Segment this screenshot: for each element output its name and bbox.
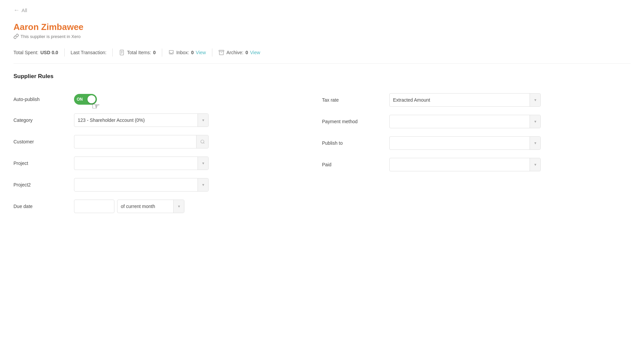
due-date-month-select[interactable]: of current month ▾ <box>117 200 184 213</box>
project2-control: ▾ <box>74 178 209 192</box>
tax-rate-row: Tax rate Extracted Amount ▾ <box>322 89 631 111</box>
svg-line-3 <box>203 143 204 144</box>
form-grid: Auto-publish ON ☞ Category 123 <box>13 89 631 217</box>
last-transaction-stat: Last Transaction: <box>65 50 113 55</box>
payment-method-select[interactable]: ▾ <box>389 115 541 128</box>
documents-icon <box>119 49 125 56</box>
last-transaction-label: Last Transaction: <box>71 50 107 55</box>
auto-publish-control: ON ☞ <box>74 94 209 105</box>
back-arrow-icon: ← <box>13 7 20 14</box>
inbox-value: 0 <box>191 50 194 55</box>
toggle-thumb <box>87 95 96 103</box>
right-column: Tax rate Extracted Amount ▾ Payment meth… <box>322 89 631 217</box>
customer-input[interactable] <box>78 139 196 144</box>
archive-view-link[interactable]: View <box>250 50 260 55</box>
category-chevron-icon: ▾ <box>198 114 208 127</box>
supplier-rules-title: Supplier Rules <box>13 73 631 80</box>
category-select[interactable]: 123 - Shareholder Account (0%) ▾ <box>74 113 209 127</box>
customer-search-button[interactable] <box>196 135 208 148</box>
customer-row: Customer <box>13 131 322 152</box>
stats-row: Total Spent: USD 0.0 Last Transaction: T… <box>13 48 631 64</box>
link-icon <box>13 34 19 39</box>
due-date-row: Due date of current month ▾ <box>13 196 322 217</box>
customer-control <box>74 135 209 148</box>
project2-chevron-icon: ▾ <box>198 178 208 191</box>
auto-publish-row: Auto-publish ON ☞ <box>13 89 322 109</box>
toggle-container: ON ☞ <box>74 94 209 105</box>
project-control: ▾ <box>74 157 209 170</box>
payment-method-control: ▾ <box>389 115 541 128</box>
total-spent-label: Total Spent: <box>13 50 38 55</box>
publish-to-label: Publish to <box>322 140 389 146</box>
back-navigation[interactable]: ← All <box>13 7 631 14</box>
due-date-fields: of current month ▾ <box>74 200 209 213</box>
svg-rect-1 <box>219 50 224 51</box>
project2-select[interactable]: ▾ <box>74 178 209 192</box>
xero-link: This supplier is present in Xero <box>13 34 631 39</box>
supplier-name: Aaron Zimbawee <box>13 22 631 32</box>
auto-publish-label: Auto-publish <box>13 97 74 102</box>
inbox-icon <box>168 49 174 56</box>
due-date-month-value: of current month <box>121 204 155 209</box>
paid-chevron-icon: ▾ <box>530 158 540 171</box>
paid-control: ▾ <box>389 158 541 171</box>
project2-row: Project2 ▾ <box>13 174 322 196</box>
back-label: All <box>22 7 27 13</box>
due-date-input[interactable] <box>74 200 114 213</box>
category-value: 123 - Shareholder Account (0%) <box>78 117 145 123</box>
tax-rate-control: Extracted Amount ▾ <box>389 93 541 107</box>
paid-select[interactable]: ▾ <box>389 158 541 171</box>
category-row: Category 123 - Shareholder Account (0%) … <box>13 109 322 131</box>
tax-rate-select[interactable]: Extracted Amount ▾ <box>389 93 541 107</box>
archive-icon <box>218 49 224 56</box>
paid-label: Paid <box>322 162 389 167</box>
category-label: Category <box>13 117 74 123</box>
payment-method-row: Payment method ▾ <box>322 111 631 132</box>
search-icon <box>200 139 205 144</box>
inbox-view-link[interactable]: View <box>196 50 206 55</box>
total-items-label: Total Items: <box>127 50 151 55</box>
category-control: 123 - Shareholder Account (0%) ▾ <box>74 113 209 127</box>
xero-message: This supplier is present in Xero <box>21 34 80 39</box>
publish-to-control: ▾ <box>389 136 541 150</box>
paid-row: Paid ▾ <box>322 154 631 175</box>
tax-rate-label: Tax rate <box>322 97 389 103</box>
due-date-label: Due date <box>13 204 74 209</box>
due-date-control: of current month ▾ <box>74 200 209 213</box>
svg-point-2 <box>201 140 204 143</box>
archive-stat: Archive: 0 View <box>212 49 266 56</box>
payment-method-label: Payment method <box>322 119 389 124</box>
payment-method-chevron-icon: ▾ <box>530 115 540 128</box>
inbox-label: Inbox: <box>176 50 189 55</box>
publish-to-row: Publish to ▾ <box>322 132 631 154</box>
publish-to-select[interactable]: ▾ <box>389 136 541 150</box>
tax-rate-value: Extracted Amount <box>393 97 430 103</box>
publish-to-chevron-icon: ▾ <box>530 137 540 149</box>
customer-search-field <box>74 135 209 148</box>
project-chevron-icon: ▾ <box>198 157 208 170</box>
project-label: Project <box>13 161 74 166</box>
project2-label: Project2 <box>13 182 74 187</box>
project-row: Project ▾ <box>13 152 322 174</box>
project-select[interactable]: ▾ <box>74 157 209 170</box>
total-spent-stat: Total Spent: USD 0.0 <box>13 50 64 55</box>
archive-label: Archive: <box>226 50 244 55</box>
toggle-label: ON <box>77 97 83 102</box>
tax-rate-chevron-icon: ▾ <box>530 94 540 106</box>
customer-label: Customer <box>13 139 74 144</box>
total-items-stat: Total Items: 0 <box>113 49 162 56</box>
left-column: Auto-publish ON ☞ Category 123 <box>13 89 322 217</box>
auto-publish-toggle[interactable]: ON <box>74 94 97 105</box>
archive-value: 0 <box>245 50 248 55</box>
inbox-stat: Inbox: 0 View <box>162 49 212 56</box>
total-items-value: 0 <box>153 50 156 55</box>
total-spent-value: USD 0.0 <box>40 50 58 55</box>
due-date-chevron-icon: ▾ <box>173 200 184 213</box>
